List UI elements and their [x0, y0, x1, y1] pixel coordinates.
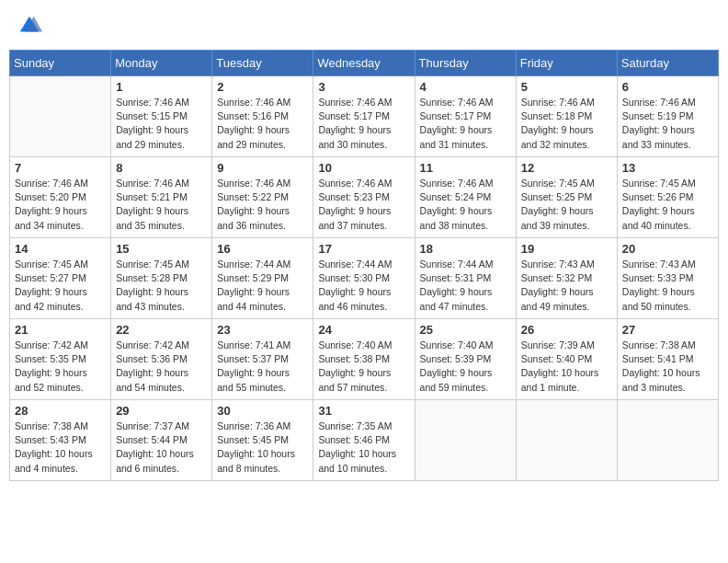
- day-number: 24: [318, 323, 409, 337]
- calendar-cell: 15Sunrise: 7:45 AMSunset: 5:28 PMDayligh…: [111, 238, 212, 319]
- day-info: Sunrise: 7:43 AMSunset: 5:33 PMDaylight:…: [622, 258, 713, 314]
- day-number: 20: [622, 242, 713, 256]
- day-number: 3: [318, 80, 409, 94]
- day-number: 27: [622, 323, 713, 337]
- calendar-cell: 20Sunrise: 7:43 AMSunset: 5:33 PMDayligh…: [617, 238, 718, 319]
- calendar-cell: 9Sunrise: 7:46 AMSunset: 5:22 PMDaylight…: [212, 157, 313, 238]
- calendar-cell: [617, 400, 718, 481]
- page-header: [9, 9, 719, 42]
- day-number: 8: [116, 161, 207, 175]
- day-number: 14: [15, 242, 106, 256]
- day-number: 2: [217, 80, 308, 94]
- calendar-cell: 19Sunrise: 7:43 AMSunset: 5:32 PMDayligh…: [516, 238, 617, 319]
- day-info: Sunrise: 7:42 AMSunset: 5:35 PMDaylight:…: [15, 339, 106, 395]
- calendar-week-row: 14Sunrise: 7:45 AMSunset: 5:27 PMDayligh…: [10, 238, 719, 319]
- day-number: 13: [622, 161, 713, 175]
- day-info: Sunrise: 7:45 AMSunset: 5:27 PMDaylight:…: [15, 258, 106, 314]
- calendar-cell: 21Sunrise: 7:42 AMSunset: 5:35 PMDayligh…: [10, 319, 111, 400]
- day-number: 10: [318, 161, 409, 175]
- day-info: Sunrise: 7:46 AMSunset: 5:17 PMDaylight:…: [318, 96, 409, 152]
- day-number: 7: [15, 161, 106, 175]
- header-monday: Monday: [111, 51, 212, 76]
- calendar-cell: 25Sunrise: 7:40 AMSunset: 5:39 PMDayligh…: [415, 319, 516, 400]
- header-sunday: Sunday: [10, 51, 111, 76]
- logo: [17, 13, 46, 39]
- calendar-cell: 4Sunrise: 7:46 AMSunset: 5:17 PMDaylight…: [415, 76, 516, 157]
- calendar-cell: 26Sunrise: 7:39 AMSunset: 5:40 PMDayligh…: [516, 319, 617, 400]
- day-info: Sunrise: 7:40 AMSunset: 5:39 PMDaylight:…: [420, 339, 511, 395]
- day-info: Sunrise: 7:39 AMSunset: 5:40 PMDaylight:…: [521, 339, 612, 395]
- day-number: 23: [217, 323, 308, 337]
- day-info: Sunrise: 7:43 AMSunset: 5:32 PMDaylight:…: [521, 258, 612, 314]
- header-tuesday: Tuesday: [212, 51, 313, 76]
- calendar-week-row: 1Sunrise: 7:46 AMSunset: 5:15 PMDaylight…: [10, 76, 719, 157]
- day-number: 11: [420, 161, 511, 175]
- day-number: 17: [318, 242, 409, 256]
- calendar-cell: [516, 400, 617, 481]
- calendar-cell: 5Sunrise: 7:46 AMSunset: 5:18 PMDaylight…: [516, 76, 617, 157]
- calendar-cell: 28Sunrise: 7:38 AMSunset: 5:43 PMDayligh…: [10, 400, 111, 481]
- day-number: 21: [15, 323, 106, 337]
- calendar-header-row: SundayMondayTuesdayWednesdayThursdayFrid…: [10, 51, 719, 76]
- day-number: 18: [420, 242, 511, 256]
- day-info: Sunrise: 7:46 AMSunset: 5:15 PMDaylight:…: [116, 96, 207, 152]
- day-number: 30: [217, 404, 308, 418]
- calendar-cell: 11Sunrise: 7:46 AMSunset: 5:24 PMDayligh…: [415, 157, 516, 238]
- logo-icon: [17, 13, 42, 39]
- day-number: 9: [217, 161, 308, 175]
- day-info: Sunrise: 7:45 AMSunset: 5:25 PMDaylight:…: [521, 177, 612, 233]
- day-info: Sunrise: 7:37 AMSunset: 5:44 PMDaylight:…: [116, 419, 207, 476]
- day-number: 16: [217, 242, 308, 256]
- day-number: 1: [116, 80, 207, 94]
- day-number: 28: [15, 404, 106, 418]
- calendar-cell: 30Sunrise: 7:36 AMSunset: 5:45 PMDayligh…: [212, 400, 313, 481]
- calendar-week-row: 28Sunrise: 7:38 AMSunset: 5:43 PMDayligh…: [10, 400, 719, 481]
- day-info: Sunrise: 7:35 AMSunset: 5:46 PMDaylight:…: [318, 419, 409, 476]
- day-number: 26: [521, 323, 612, 337]
- calendar-cell: 1Sunrise: 7:46 AMSunset: 5:15 PMDaylight…: [111, 76, 212, 157]
- calendar-cell: 7Sunrise: 7:46 AMSunset: 5:20 PMDaylight…: [10, 157, 111, 238]
- day-info: Sunrise: 7:38 AMSunset: 5:43 PMDaylight:…: [15, 419, 106, 476]
- day-info: Sunrise: 7:46 AMSunset: 5:18 PMDaylight:…: [521, 96, 612, 152]
- day-info: Sunrise: 7:46 AMSunset: 5:20 PMDaylight:…: [15, 177, 106, 233]
- header-saturday: Saturday: [617, 51, 718, 76]
- day-info: Sunrise: 7:44 AMSunset: 5:30 PMDaylight:…: [318, 258, 409, 314]
- day-info: Sunrise: 7:40 AMSunset: 5:38 PMDaylight:…: [318, 339, 409, 395]
- calendar-cell: 24Sunrise: 7:40 AMSunset: 5:38 PMDayligh…: [313, 319, 415, 400]
- day-info: Sunrise: 7:46 AMSunset: 5:19 PMDaylight:…: [622, 96, 713, 152]
- day-info: Sunrise: 7:46 AMSunset: 5:17 PMDaylight:…: [420, 96, 511, 152]
- day-info: Sunrise: 7:46 AMSunset: 5:22 PMDaylight:…: [217, 177, 308, 233]
- calendar-cell: [10, 76, 111, 157]
- header-thursday: Thursday: [415, 51, 516, 76]
- day-info: Sunrise: 7:44 AMSunset: 5:29 PMDaylight:…: [217, 258, 308, 314]
- day-info: Sunrise: 7:38 AMSunset: 5:41 PMDaylight:…: [622, 339, 713, 395]
- header-friday: Friday: [516, 51, 617, 76]
- calendar-cell: 10Sunrise: 7:46 AMSunset: 5:23 PMDayligh…: [313, 157, 415, 238]
- calendar-cell: [415, 400, 516, 481]
- day-info: Sunrise: 7:46 AMSunset: 5:16 PMDaylight:…: [217, 96, 308, 152]
- calendar-cell: 27Sunrise: 7:38 AMSunset: 5:41 PMDayligh…: [617, 319, 718, 400]
- calendar-cell: 12Sunrise: 7:45 AMSunset: 5:25 PMDayligh…: [516, 157, 617, 238]
- calendar-cell: 8Sunrise: 7:46 AMSunset: 5:21 PMDaylight…: [111, 157, 212, 238]
- day-number: 19: [521, 242, 612, 256]
- day-info: Sunrise: 7:46 AMSunset: 5:21 PMDaylight:…: [116, 177, 207, 233]
- calendar-cell: 22Sunrise: 7:42 AMSunset: 5:36 PMDayligh…: [111, 319, 212, 400]
- day-number: 29: [116, 404, 207, 418]
- calendar-cell: 31Sunrise: 7:35 AMSunset: 5:46 PMDayligh…: [313, 400, 415, 481]
- calendar-cell: 3Sunrise: 7:46 AMSunset: 5:17 PMDaylight…: [313, 76, 415, 157]
- day-number: 31: [318, 404, 409, 418]
- calendar-cell: 23Sunrise: 7:41 AMSunset: 5:37 PMDayligh…: [212, 319, 313, 400]
- calendar-cell: 14Sunrise: 7:45 AMSunset: 5:27 PMDayligh…: [10, 238, 111, 319]
- calendar-cell: 16Sunrise: 7:44 AMSunset: 5:29 PMDayligh…: [212, 238, 313, 319]
- calendar-cell: 2Sunrise: 7:46 AMSunset: 5:16 PMDaylight…: [212, 76, 313, 157]
- calendar-cell: 29Sunrise: 7:37 AMSunset: 5:44 PMDayligh…: [111, 400, 212, 481]
- header-wednesday: Wednesday: [313, 51, 415, 76]
- calendar-week-row: 7Sunrise: 7:46 AMSunset: 5:20 PMDaylight…: [10, 157, 719, 238]
- calendar-table: SundayMondayTuesdayWednesdayThursdayFrid…: [9, 50, 719, 481]
- calendar-cell: 17Sunrise: 7:44 AMSunset: 5:30 PMDayligh…: [313, 238, 415, 319]
- calendar-cell: 13Sunrise: 7:45 AMSunset: 5:26 PMDayligh…: [617, 157, 718, 238]
- calendar-cell: 6Sunrise: 7:46 AMSunset: 5:19 PMDaylight…: [617, 76, 718, 157]
- day-info: Sunrise: 7:36 AMSunset: 5:45 PMDaylight:…: [217, 419, 308, 476]
- day-number: 22: [116, 323, 207, 337]
- day-number: 4: [420, 80, 511, 94]
